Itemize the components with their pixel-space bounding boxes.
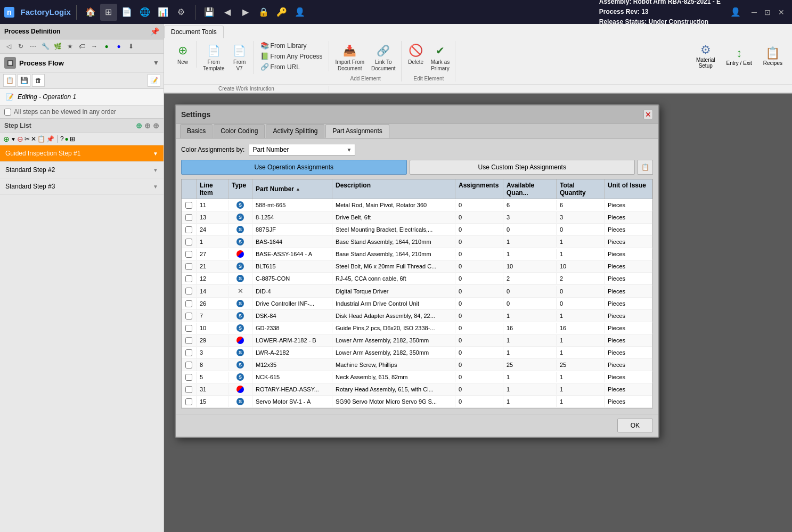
row-checkbox[interactable] [182,359,197,371]
step-question-icon[interactable]: ? [60,135,64,143]
ribbon-delete-btn[interactable]: 🚫 Delete [405,41,427,74]
step-green-icon[interactable]: ● [65,135,69,143]
row-checkbox[interactable] [182,249,197,260]
row-checkbox[interactable] [182,323,197,334]
step-item-3[interactable]: Standard Step #3 ▼ [0,178,164,195]
table-row[interactable]: 27 BASE-ASSY-1644 - A Base Stand Assembl… [182,248,652,260]
use-custom-btn[interactable]: Use Custom Step Assignments [410,160,635,175]
doc-btn-4[interactable]: 📝 [148,74,160,87]
row-checkbox[interactable] [182,285,197,297]
report-icon[interactable]: 📊 [154,4,172,21]
table-row[interactable]: 1 S BAS-1644 Base Stand Assembly, 1644, … [182,236,652,248]
dialog-tab-activity-splitting[interactable]: Activity Splitting [266,124,324,138]
step-x-icon[interactable]: ✕ [31,135,36,143]
step-item-1[interactable]: Guided Inspection Step #1 ▼ [0,145,164,162]
ribbon-from-v7-btn[interactable]: 📄 FromV7 [229,41,250,74]
ribbon-tab-document-tools[interactable]: Document Tools [164,26,224,38]
row-checkbox[interactable] [182,224,197,235]
restore-btn[interactable]: ⊡ [761,7,774,18]
document-icon[interactable]: 📄 [118,4,135,21]
step-add-icon[interactable]: ⊕ [3,135,10,143]
table-row[interactable]: 11 S 588-mt-665 Metal Rod, Main Pivot, R… [182,199,652,211]
home-icon[interactable]: 🏠 [82,4,99,21]
row-checkbox[interactable] [182,261,197,272]
step-paste-icon[interactable]: 📌 [46,135,54,143]
table-row[interactable]: 21 S BLT615 Steel Bolt, M6 x 20mm Full T… [182,260,652,273]
table-row[interactable]: 3 S LWR-A-2182 Lower Arm Assembly, 2182,… [182,347,652,359]
assign-action-icon[interactable]: 📋 [638,160,653,175]
table-row[interactable]: 14 ✕ DID-4 Digital Torque Driver 0 0 0 P… [182,285,652,298]
step-cut-icon[interactable]: ✂ [25,135,30,143]
table-row[interactable]: 15 S Servo Motor SV-1 - A SG90 Servo Mot… [182,396,652,408]
ribbon-from-template-btn[interactable]: 📄 FromTemplate [200,41,227,74]
all-steps-checkbox[interactable] [4,109,11,116]
minimize-btn[interactable]: ─ [748,7,760,18]
row-checkbox[interactable] [182,200,197,211]
toolbar-arrow-btn[interactable]: → [89,41,100,52]
settings-icon[interactable]: ⚙ [173,4,190,21]
toolbar-green-btn[interactable]: ● [101,41,112,52]
step-menu-icon[interactable]: ▼ [11,136,16,142]
row-checkbox[interactable] [182,212,197,223]
row-checkbox[interactable] [182,396,197,407]
doc-btn-2[interactable]: 💾 [18,74,30,87]
table-row[interactable]: 12 S C-8875-CON RJ-45, CCA conn cable, 6… [182,273,652,285]
ribbon-from-url-btn[interactable]: 🔗 From URL [259,62,324,71]
step-copy-icon[interactable]: 📋 [37,135,45,143]
row-checkbox[interactable] [182,347,197,358]
ribbon-from-any-process-btn[interactable]: 📗 From Any Process [259,52,324,61]
ok-button[interactable]: OK [617,419,653,432]
row-checkbox[interactable] [182,273,197,284]
toolbar-tag-btn[interactable]: 🏷 [77,41,87,52]
table-row[interactable]: 10 S GD-2338 Guide Pins,2 pcs, D6x20, IS… [182,322,652,334]
table-row[interactable]: 5 S NCK-615 Neck Assembly, 615, 82mm 0 1… [182,371,652,383]
user-icon[interactable]: 👤 [730,7,741,17]
table-row[interactable]: 26 S Drive Controller INF-... Industrial… [182,298,652,310]
use-operation-btn[interactable]: Use Operation Assignments [181,160,407,175]
table-row[interactable]: 31 ROTARY-HEAD-ASSY... Rotary Head Assem… [182,383,652,396]
row-checkbox[interactable] [182,372,197,383]
ribbon-from-library-btn[interactable]: 📚 From Library [259,41,324,50]
ribbon-mark-primary-btn[interactable]: ✔ Mark asPrimary [428,41,453,74]
sidebar-process-flow[interactable]: 🔲 Process Flow ▼ [0,54,164,72]
grid-icon[interactable]: ⊞ [100,4,117,21]
step-list-action-1[interactable]: ⊕ [136,121,142,130]
table-row[interactable]: 29 LOWER-ARM-2182 - B Lower Arm Assembly… [182,334,652,347]
table-row[interactable]: 7 S DSK-84 Disk Head Adapter Assembly, 8… [182,310,652,322]
row-checkbox[interactable] [182,384,197,395]
toolbar-star-btn[interactable]: ★ [64,41,75,52]
close-btn[interactable]: ✕ [775,7,788,18]
pin-icon[interactable]: 📌 [150,27,159,36]
step-expand-icon[interactable]: ⊞ [70,135,75,143]
toolbar-down-btn[interactable]: ⬇ [126,41,136,52]
row-checkbox[interactable] [182,236,197,248]
toolbar-blue-btn[interactable]: ● [113,41,124,52]
forward-icon[interactable]: ▶ [237,4,254,21]
th-part-number[interactable]: Part Number ▲ [252,179,332,199]
row-checkbox[interactable] [182,298,197,309]
ribbon-material-setup-btn[interactable]: ⚙ MaterialSetup [692,41,720,71]
step-item-2[interactable]: Standard Step #2 ▼ [0,162,164,178]
toolbar-back-btn[interactable]: ◁ [3,41,14,52]
toolbar-tree-btn[interactable]: 🌿 [52,41,63,52]
globe-icon[interactable]: 🌐 [136,4,153,21]
dialog-tab-basics[interactable]: Basics [180,124,213,138]
dialog-close-btn[interactable]: ✕ [643,110,653,119]
step-list-action-3[interactable]: ⊕ [153,121,159,130]
step-list-action-2[interactable]: ⊕ [144,121,151,130]
ribbon-new-btn[interactable]: ⊕ New [172,41,193,68]
toolbar-refresh-btn[interactable]: ↻ [15,41,26,52]
row-checkbox[interactable] [182,310,197,322]
doc-btn-1[interactable]: 📋 [3,74,16,87]
table-row[interactable]: 13 S 8-1254 Drive Belt, 6ft 0 3 3 Pieces [182,211,652,224]
toolbar-add-btn[interactable]: 🔧 [40,41,51,52]
toolbar-dots-btn[interactable]: ⋯ [28,41,38,52]
dialog-tab-color-coding[interactable]: Color Coding [214,124,265,138]
lock-icon[interactable]: 🔒 [255,4,272,21]
doc-btn-3[interactable]: 🗑 [32,74,45,87]
color-assign-dropdown[interactable]: Part Number ▼ [249,144,355,155]
back-icon[interactable]: ◀ [219,4,236,21]
table-row[interactable]: 8 S M12x35 Machine Screw, Phillips 0 25 … [182,359,652,371]
ribbon-recipes-btn[interactable]: 📋 Recipes [759,44,787,68]
dialog-tab-part-assignments[interactable]: Part Assignments [325,124,389,138]
